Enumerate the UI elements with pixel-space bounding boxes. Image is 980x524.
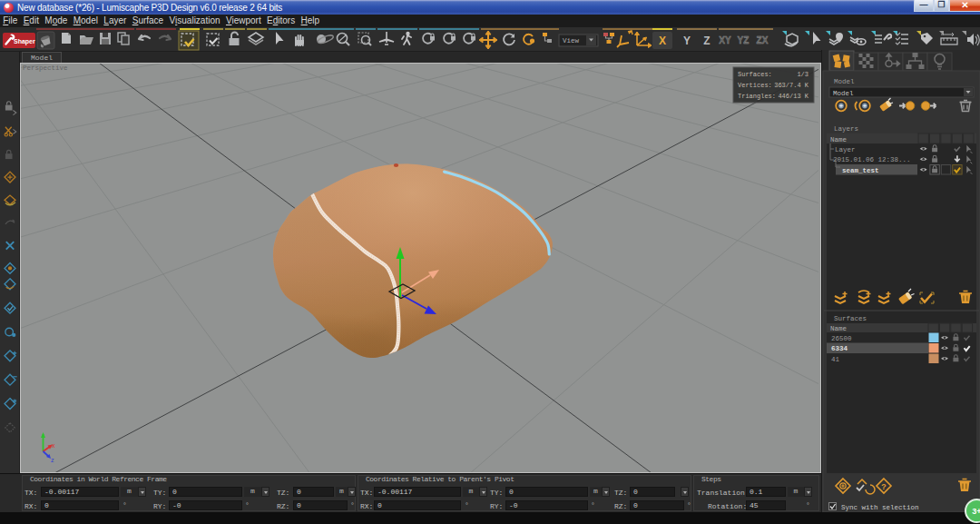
svg-text:Name: Name bbox=[830, 136, 847, 143]
svg-text:seam_test: seam_test bbox=[842, 167, 879, 174]
svg-text:446/13 K: 446/13 K bbox=[778, 93, 808, 100]
svg-text:Y: Y bbox=[683, 35, 691, 47]
svg-text:?: ? bbox=[881, 483, 886, 492]
svg-text:6334: 6334 bbox=[831, 345, 848, 352]
svg-text:Model: Model bbox=[833, 90, 854, 97]
svg-text:Layer: Layer bbox=[835, 146, 856, 153]
svg-text:XY: XY bbox=[719, 35, 731, 45]
svg-text:Sync with selection: Sync with selection bbox=[841, 504, 919, 511]
svg-text:Z: Z bbox=[703, 35, 710, 47]
svg-text:Shaper: Shaper bbox=[14, 38, 35, 45]
svg-text:26500: 26500 bbox=[831, 335, 852, 342]
svg-text:363/7.4 K: 363/7.4 K bbox=[774, 82, 809, 89]
svg-text:X: X bbox=[659, 35, 666, 47]
svg-text:Surfaces: Surfaces bbox=[834, 315, 867, 322]
svg-text:Perspective: Perspective bbox=[23, 64, 68, 72]
svg-text:1/3: 1/3 bbox=[797, 71, 808, 78]
svg-text:Model: Model bbox=[834, 78, 855, 85]
svg-text:ZX: ZX bbox=[757, 35, 769, 45]
svg-text:Surfaces:: Surfaces: bbox=[738, 71, 772, 78]
svg-text:Name: Name bbox=[830, 325, 847, 332]
svg-text:2015.01.06 12:38...: 2015.01.06 12:38... bbox=[833, 156, 911, 163]
svg-text:View: View bbox=[563, 37, 580, 44]
svg-text:z: z bbox=[51, 457, 54, 463]
svg-text:Triangles:: Triangles: bbox=[738, 93, 776, 100]
svg-text:41: 41 bbox=[831, 356, 840, 363]
svg-text:Layers: Layers bbox=[834, 125, 858, 133]
svg-text:x: x bbox=[52, 442, 55, 449]
svg-text:YZ: YZ bbox=[738, 35, 750, 45]
svg-text:Vertices:: Vertices: bbox=[738, 82, 772, 89]
